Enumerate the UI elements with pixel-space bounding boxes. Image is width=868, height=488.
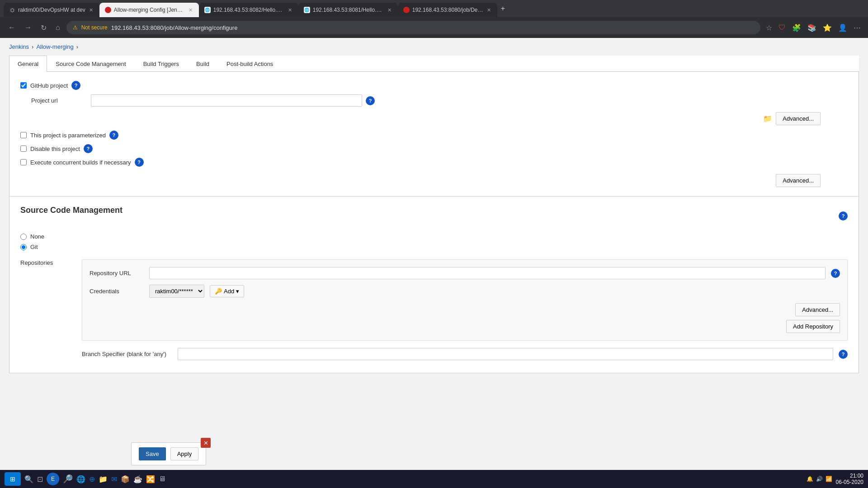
close-button[interactable]: ✕: [201, 438, 211, 448]
radio-none[interactable]: [20, 234, 27, 240]
taskbar-icon-package[interactable]: 📦: [121, 475, 130, 483]
repo-url-input[interactable]: https://github.com/raktim00/DevOpsHW.git: [149, 267, 826, 279]
key-icon: 🔑: [215, 288, 222, 295]
home-button[interactable]: ⌂: [53, 22, 63, 33]
advanced-button-2[interactable]: Advanced...: [776, 174, 821, 187]
tab-title-jenkins: Allow-merging Config [Jenkins]: [114, 7, 185, 13]
start-button[interactable]: ⊞: [5, 472, 21, 486]
taskbar-icon-mail[interactable]: ✉: [111, 475, 117, 483]
tab-close-github[interactable]: ✕: [88, 6, 94, 14]
repo-url-label: Repository URL: [90, 270, 144, 277]
github-project-help[interactable]: ?: [71, 81, 80, 90]
taskbar-icon-search[interactable]: 🔎: [63, 474, 73, 484]
parameterized-checkbox[interactable]: [20, 132, 27, 138]
save-button[interactable]: Save: [139, 447, 166, 460]
forward-button[interactable]: →: [22, 22, 34, 33]
favorites-icon[interactable]: ⭐: [821, 22, 834, 34]
tab-favicon-jenkins: [105, 7, 111, 13]
radio-none-row: None: [20, 233, 848, 240]
tab-close-hello1[interactable]: ✕: [287, 6, 293, 14]
disable-help[interactable]: ?: [84, 144, 93, 153]
taskbar-icon-browser[interactable]: E: [47, 473, 59, 485]
project-url-help[interactable]: ?: [366, 96, 375, 105]
branch-specifier-input[interactable]: */dev: [178, 348, 833, 360]
tab-close-jenkins[interactable]: ✕: [188, 6, 193, 14]
collection-icon[interactable]: 📚: [806, 22, 818, 34]
breadcrumb-job[interactable]: Allow-merging: [36, 43, 73, 50]
tab-hello1[interactable]: 🌐 192.168.43.53:8082/Hello.html ✕: [199, 3, 298, 17]
project-url-input[interactable]: https://github.com/raktim00/DevOpsHW.git…: [91, 94, 362, 107]
scm-help[interactable]: ?: [839, 211, 848, 221]
parameterized-row: This project is parameterized ?: [20, 131, 848, 140]
taskbar-icon-ie[interactable]: 🌐: [76, 475, 85, 483]
taskbar-icon-folder[interactable]: 📁: [99, 475, 108, 483]
task-view-button[interactable]: ⊡: [37, 475, 43, 483]
tab-post-build[interactable]: Post-build Actions: [218, 56, 282, 72]
concurrent-row: Execute concurrent builds if necessary ?: [20, 158, 848, 167]
radio-none-label: None: [30, 233, 44, 240]
taskbar-icon-git[interactable]: 🔀: [146, 475, 155, 483]
apply-button[interactable]: Apply: [170, 447, 199, 460]
add-repository-button[interactable]: Add Repository: [786, 320, 840, 333]
extension-icon[interactable]: 🧩: [790, 22, 803, 34]
credentials-row: Credentials raktim00/****** 🔑 Add ▾: [90, 285, 840, 298]
breadcrumb: Jenkins › Allow-merging ›: [0, 38, 868, 56]
taskbar-icon-term[interactable]: 🖥: [159, 475, 166, 483]
taskbar-icon-java[interactable]: ☕: [133, 475, 142, 483]
bookmark-icon[interactable]: ☆: [764, 22, 774, 34]
search-button[interactable]: 🔍: [24, 475, 33, 483]
tab-close-hello2[interactable]: ✕: [387, 6, 392, 14]
tab-triggers[interactable]: Build Triggers: [135, 56, 188, 72]
credentials-label: Credentials: [90, 288, 144, 295]
disable-row: Disable this project ?: [20, 144, 848, 153]
add-credentials-button[interactable]: 🔑 Add ▾: [210, 285, 244, 297]
address-bar-input[interactable]: ⚠ Not secure 192.168.43.53:8080/job/Allo…: [66, 21, 760, 34]
shield-icon[interactable]: 🛡: [777, 22, 788, 33]
clock: 21:00 06-05-2020: [836, 473, 863, 485]
concurrent-label: Execute concurrent builds if necessary: [30, 159, 131, 166]
protocol-label: Not secure: [81, 24, 108, 31]
scm-title: Source Code Management: [20, 206, 123, 219]
save-bar: Save Apply ✕: [131, 442, 206, 465]
add-dropdown-icon: ▾: [236, 288, 239, 295]
repo-advanced-button[interactable]: Advanced...: [795, 303, 840, 316]
concurrent-checkbox[interactable]: [20, 159, 27, 165]
add-label: Add: [224, 288, 234, 295]
repo-url-row: Repository URL https://github.com/raktim…: [90, 267, 840, 279]
lock-icon: ⚠: [73, 24, 78, 31]
breadcrumb-jenkins[interactable]: Jenkins: [9, 43, 29, 50]
tab-hello2[interactable]: 🌐 192.168.43.53:8081/Hello.html ✕: [298, 3, 398, 17]
advanced-button-1[interactable]: Advanced...: [776, 112, 821, 125]
new-tab-button[interactable]: +: [497, 3, 509, 14]
tab-github[interactable]: ⬡ raktim00/DevOpsHW at dev ✕: [4, 3, 99, 17]
refresh-button[interactable]: ↻: [38, 22, 49, 34]
concurrent-help[interactable]: ?: [135, 158, 144, 167]
repo-actions: Advanced... Add Repository: [90, 303, 840, 333]
radio-git-row: Git: [20, 244, 848, 250]
radio-git[interactable]: [20, 244, 27, 250]
back-button[interactable]: ←: [5, 22, 18, 33]
tab-general[interactable]: General: [9, 56, 47, 72]
github-project-row: GitHub project ?: [20, 81, 848, 90]
disable-checkbox[interactable]: [20, 145, 27, 152]
breadcrumb-sep2: ›: [76, 43, 78, 50]
branch-specifier-help[interactable]: ?: [839, 350, 848, 359]
tab-develop[interactable]: 192.168.43.53:8080/job/Develop... ✕: [398, 3, 497, 17]
branch-specifier-row: Branch Specifier (blank for 'any') */dev…: [82, 344, 848, 364]
tab-favicon-develop: [403, 7, 410, 13]
profile-icon[interactable]: 👤: [836, 22, 849, 34]
tab-build[interactable]: Build: [188, 56, 218, 72]
tab-scm[interactable]: Source Code Management: [47, 56, 134, 72]
github-project-label: GitHub project: [30, 82, 68, 89]
menu-icon[interactable]: ⋯: [852, 22, 863, 34]
github-project-checkbox[interactable]: [20, 82, 27, 89]
tab-close-develop[interactable]: ✕: [486, 6, 492, 14]
tab-title-hello2: 192.168.43.53:8081/Hello.html: [313, 7, 384, 13]
tab-favicon-github: ⬡: [9, 7, 15, 13]
taskbar-icon-edge[interactable]: ⊕: [89, 475, 95, 483]
repo-url-help[interactable]: ?: [831, 269, 840, 278]
credentials-select[interactable]: raktim00/******: [149, 285, 204, 298]
tab-jenkins[interactable]: Allow-merging Config [Jenkins] ✕: [99, 3, 199, 17]
radio-git-label: Git: [30, 244, 38, 250]
parameterized-help[interactable]: ?: [109, 131, 118, 140]
